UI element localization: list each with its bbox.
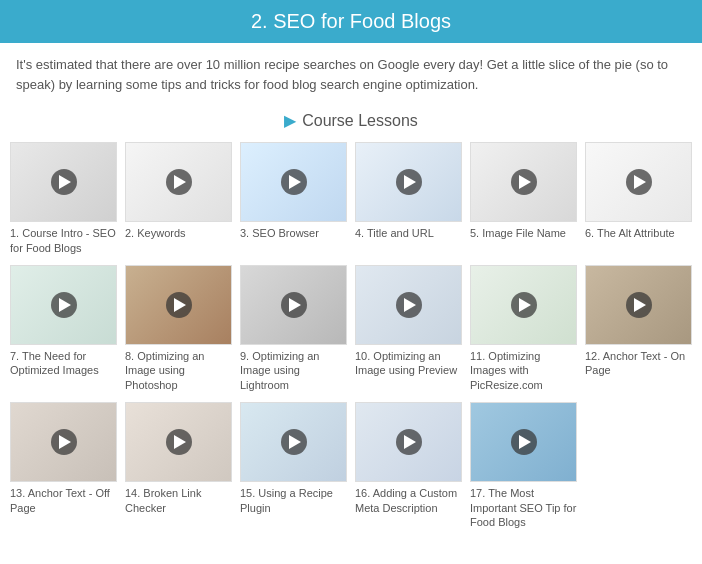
lesson-item[interactable]: 8. Optimizing an Image using Photoshop (125, 265, 232, 392)
section-header-label: Course Lessons (302, 112, 418, 130)
play-button-icon[interactable] (166, 429, 192, 455)
course-lessons-header: ▶ Course Lessons (0, 112, 702, 130)
play-button-icon[interactable] (511, 292, 537, 318)
lesson-thumbnail[interactable] (240, 265, 347, 345)
lesson-item[interactable]: 6. The Alt Attribute (585, 142, 692, 255)
play-button-icon[interactable] (511, 429, 537, 455)
lesson-label: 2. Keywords (125, 226, 186, 240)
lesson-item[interactable]: 12. Anchor Text - On Page (585, 265, 692, 392)
lesson-label: 11. Optimizing Images with PicResize.com (470, 349, 577, 392)
play-button-icon[interactable] (396, 292, 422, 318)
play-button-icon[interactable] (281, 292, 307, 318)
lesson-thumbnail[interactable] (10, 402, 117, 482)
lesson-thumbnail[interactable] (470, 402, 577, 482)
lesson-thumbnail[interactable] (125, 142, 232, 222)
lesson-label: 5. Image File Name (470, 226, 566, 240)
lesson-label: 8. Optimizing an Image using Photoshop (125, 349, 232, 392)
lesson-thumbnail[interactable] (585, 265, 692, 345)
play-button-icon[interactable] (166, 169, 192, 195)
lesson-label: 16. Adding a Custom Meta Description (355, 486, 462, 515)
lesson-item[interactable]: 5. Image File Name (470, 142, 577, 255)
play-button-icon[interactable] (51, 169, 77, 195)
lesson-thumbnail[interactable] (10, 142, 117, 222)
lesson-label: 1. Course Intro - SEO for Food Blogs (10, 226, 117, 255)
lesson-label: 9. Optimizing an Image using Lightroom (240, 349, 347, 392)
lesson-label: 10. Optimizing an Image using Preview (355, 349, 462, 378)
lesson-thumbnail[interactable] (240, 402, 347, 482)
lesson-thumbnail[interactable] (125, 265, 232, 345)
play-button-icon[interactable] (626, 169, 652, 195)
lesson-label: 4. Title and URL (355, 226, 434, 240)
lesson-label: 12. Anchor Text - On Page (585, 349, 692, 378)
lesson-thumbnail[interactable] (470, 265, 577, 345)
lesson-label: 15. Using a Recipe Plugin (240, 486, 347, 515)
lesson-item[interactable]: 9. Optimizing an Image using Lightroom (240, 265, 347, 392)
play-button-icon[interactable] (511, 169, 537, 195)
lesson-thumbnail[interactable] (470, 142, 577, 222)
lesson-label: 7. The Need for Optimized Images (10, 349, 117, 378)
play-button-icon[interactable] (396, 169, 422, 195)
lesson-label: 14. Broken Link Checker (125, 486, 232, 515)
lesson-thumbnail[interactable] (240, 142, 347, 222)
lesson-thumbnail[interactable] (125, 402, 232, 482)
lesson-item[interactable]: 10. Optimizing an Image using Preview (355, 265, 462, 392)
lesson-item[interactable]: 11. Optimizing Images with PicResize.com (470, 265, 577, 392)
play-button-icon[interactable] (396, 429, 422, 455)
lesson-thumbnail[interactable] (355, 142, 462, 222)
lesson-item[interactable]: 16. Adding a Custom Meta Description (355, 402, 462, 529)
lesson-item[interactable]: 2. Keywords (125, 142, 232, 255)
lesson-thumbnail[interactable] (10, 265, 117, 345)
play-button-icon[interactable] (166, 292, 192, 318)
lesson-label: 17. The Most Important SEO Tip for Food … (470, 486, 577, 529)
course-description: It's estimated that there are over 10 mi… (0, 43, 702, 106)
play-button-icon[interactable] (626, 292, 652, 318)
play-button-icon[interactable] (281, 429, 307, 455)
page-title: 2. SEO for Food Blogs (0, 0, 702, 43)
lesson-item[interactable]: 7. The Need for Optimized Images (10, 265, 117, 392)
lesson-item[interactable]: 1. Course Intro - SEO for Food Blogs (10, 142, 117, 255)
lesson-item[interactable]: 3. SEO Browser (240, 142, 347, 255)
lesson-label: 3. SEO Browser (240, 226, 319, 240)
lesson-item[interactable]: 17. The Most Important SEO Tip for Food … (470, 402, 577, 529)
lesson-item[interactable]: 14. Broken Link Checker (125, 402, 232, 529)
lesson-item[interactable]: 4. Title and URL (355, 142, 462, 255)
lesson-label: 13. Anchor Text - Off Page (10, 486, 117, 515)
lessons-grid: 1. Course Intro - SEO for Food Blogs2. K… (0, 142, 702, 545)
play-button-icon[interactable] (51, 429, 77, 455)
lesson-item[interactable]: 13. Anchor Text - Off Page (10, 402, 117, 529)
lesson-item[interactable]: 15. Using a Recipe Plugin (240, 402, 347, 529)
play-button-icon[interactable] (281, 169, 307, 195)
play-button-icon[interactable] (51, 292, 77, 318)
lesson-label: 6. The Alt Attribute (585, 226, 675, 240)
play-circle-icon: ▶ (284, 113, 296, 129)
lesson-thumbnail[interactable] (355, 402, 462, 482)
lesson-thumbnail[interactable] (585, 142, 692, 222)
lesson-thumbnail[interactable] (355, 265, 462, 345)
